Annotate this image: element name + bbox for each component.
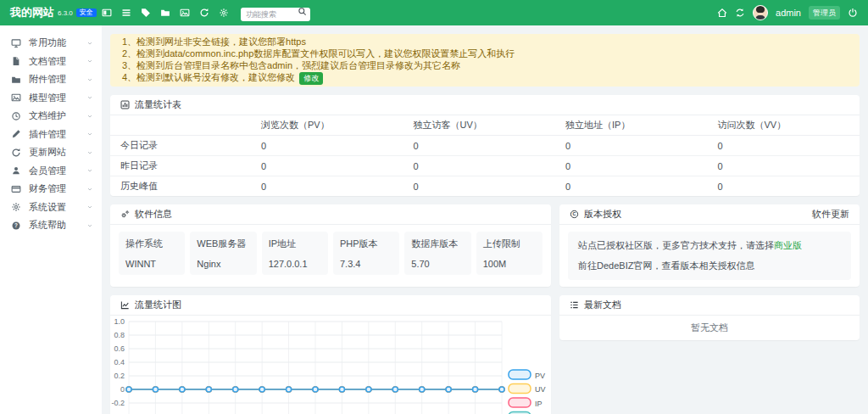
cell-value: 0 [708, 136, 860, 156]
cell-value: 0 [555, 136, 708, 156]
sync-icon[interactable] [735, 8, 745, 18]
power-icon[interactable] [848, 8, 858, 18]
security-badge: 安全 [76, 8, 97, 18]
traffic-chart-card: 流量统计图 1.00.80.60.40.20-0.2-0.4-0.6-0.8-1… [110, 295, 551, 414]
license-body: 站点已授权社区版，更多官方技术支持，请选择商业版 前往DedeBIZ官网，查看版… [559, 225, 860, 287]
history-icon [11, 111, 21, 121]
sidebar-item-system-settings[interactable]: 系统设置 [0, 199, 102, 217]
sidebar-item-update-site[interactable]: 更新网站 [0, 143, 102, 162]
panel-toggle-icon[interactable] [102, 8, 112, 18]
info-box-os: 操作系统 WINNT [119, 232, 185, 275]
legend-label-PV[interactable]: PV [535, 372, 545, 380]
table-row: 历史峰值 0 0 0 0 [110, 176, 860, 197]
version-label: 6.3.0 [58, 9, 73, 17]
info-value: WINNT [125, 259, 178, 269]
cell-value: 0 [555, 176, 708, 197]
col-header-pv: 浏览次数（PV） [251, 115, 403, 136]
business-edition-link[interactable]: 商业版 [774, 240, 802, 250]
file-icon [11, 56, 21, 66]
chart-line-icon [120, 300, 130, 310]
folder-icon[interactable] [160, 8, 170, 18]
cell-value: 0 [708, 176, 860, 197]
chevron-down-icon [86, 167, 93, 174]
cell-value: 0 [251, 156, 403, 176]
sidebar: 常用功能 文档管理 附件管理 模型管理 文档维护 插件管理 [0, 25, 102, 414]
info-value: 100M [483, 259, 536, 269]
sidebar-item-finance-management[interactable]: 财务管理 [0, 180, 102, 199]
y-tick-label: 0 [120, 385, 125, 394]
row-label: 今日记录 [110, 136, 251, 156]
chevron-down-icon [86, 40, 93, 47]
chevron-down-icon [86, 204, 93, 210]
chevron-down-icon [86, 94, 93, 101]
fix-account-button[interactable]: 修改 [299, 72, 323, 85]
legend-label-IP[interactable]: IP [535, 400, 542, 408]
legend-swatch-UV[interactable] [509, 384, 531, 394]
search-icon[interactable] [298, 7, 307, 16]
col-header-vv: 访问次数（VV） [708, 115, 860, 136]
info-box-webserver: WEB服务器 Nginx [190, 232, 256, 275]
info-label: WEB服务器 [197, 238, 249, 250]
username[interactable]: admin [776, 8, 801, 18]
info-label: PHP版本 [340, 238, 392, 250]
sidebar-item-document-maintenance[interactable]: 文档维护 [0, 107, 102, 126]
brand[interactable]: 我的网站 6.3.0 安全 [0, 5, 95, 20]
data-point-PV [420, 387, 425, 392]
desktop-icon [11, 38, 21, 48]
software-info-body: 操作系统 WINNT WEB服务器 Nginx IP地址 127.0.0.1 P… [110, 225, 551, 282]
sidebar-item-attachment-management[interactable]: 附件管理 [0, 70, 102, 89]
traffic-chart-header: 流量统计图 [110, 295, 551, 316]
license-line-2: 前往DedeBIZ官网，查看版本相关授权信息 [578, 260, 841, 272]
traffic-table: 浏览次数（PV） 独立访客（UV） 独立地址（IP） 访问次数（VV） 今日记录… [110, 115, 860, 196]
legend-label-UV[interactable]: UV [535, 385, 546, 394]
quick-toolbar [102, 8, 229, 18]
images-icon[interactable] [180, 8, 190, 18]
info-value: Nginx [197, 259, 249, 269]
software-update-link[interactable]: 软件更新 [812, 208, 849, 221]
latest-docs-header: 最新文档 [559, 295, 860, 316]
main-content: 1、检测到网址非安全链接，建议您部署https 2、检测到data/common… [102, 25, 868, 414]
info-box-database: 数据库版本 5.70 [404, 232, 470, 275]
data-point-PV [206, 387, 211, 392]
redo-icon[interactable] [199, 8, 209, 18]
tag-icon[interactable] [141, 8, 151, 18]
list-icon[interactable] [121, 8, 131, 18]
data-point-PV [313, 387, 318, 392]
sidebar-item-member-management[interactable]: 会员管理 [0, 162, 102, 181]
data-point-PV [366, 387, 371, 392]
col-header-uv: 独立访客（UV） [403, 115, 556, 136]
y-tick-label: -0.2 [111, 399, 125, 407]
table-row: 昨日记录 0 0 0 0 [110, 156, 860, 176]
legend-swatch-PV[interactable] [509, 370, 531, 379]
chevron-down-icon [86, 186, 93, 193]
cogs-icon [120, 210, 130, 219]
notice-line: 2、检测到data/common.inc.php数据库配置文件权限可以写入，建议… [122, 48, 848, 59]
col-header-ip: 独立地址（IP） [555, 115, 708, 136]
chevron-down-icon [86, 58, 93, 64]
function-search [241, 5, 310, 21]
col-header-empty [110, 115, 251, 136]
copyright-icon [570, 210, 579, 219]
info-label: 上传限制 [483, 238, 536, 250]
redo-icon [11, 148, 21, 158]
sidebar-item-plugin-management[interactable]: 插件管理 [0, 126, 102, 144]
sidebar-item-model-management[interactable]: 模型管理 [0, 89, 102, 108]
sidebar-item-document-management[interactable]: 文档管理 [0, 53, 102, 71]
license-line-1: 站点已授权社区版，更多官方技术支持，请选择商业版 [578, 239, 841, 252]
data-point-PV [339, 387, 344, 392]
chevron-down-icon [86, 76, 93, 83]
pen-icon [11, 129, 21, 139]
legend-swatch-IP[interactable] [509, 398, 531, 407]
info-value: 7.3.4 [340, 259, 392, 269]
sidebar-item-common-functions[interactable]: 常用功能 [0, 34, 102, 53]
table-row: 今日记录 0 0 0 0 [110, 136, 860, 156]
poll-icon [120, 100, 130, 109]
home-icon[interactable] [717, 8, 727, 18]
sidebar-item-system-help[interactable]: 系统帮助 [0, 216, 102, 235]
data-point-PV [126, 387, 131, 392]
data-point-PV [259, 387, 264, 392]
notice-line: 3、检测到后台管理目录名称中包含admin，强烈建议后台管理目录修改为其它名称 [122, 59, 848, 71]
gear-icon[interactable] [219, 8, 229, 18]
avatar[interactable] [753, 5, 768, 20]
license-card: 版本授权 软件更新 站点已授权社区版，更多官方技术支持，请选择商业版 前往Ded… [559, 204, 860, 287]
